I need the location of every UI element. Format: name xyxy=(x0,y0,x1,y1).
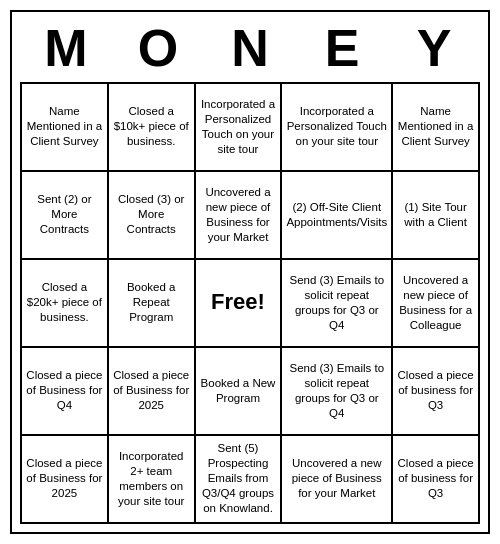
bingo-cell-1[interactable]: Closed a $10k+ piece of business. xyxy=(109,84,196,172)
bingo-cell-8[interactable]: (2) Off-Site Client Appointments/Visits xyxy=(282,172,393,260)
bingo-cell-6[interactable]: Closed (3) or More Contracts xyxy=(109,172,196,260)
bingo-cell-23[interactable]: Uncovered a new piece of Business for yo… xyxy=(282,436,393,524)
letter-e: E xyxy=(298,20,386,77)
bingo-cell-17[interactable]: Booked a New Program xyxy=(196,348,283,436)
bingo-cell-11[interactable]: Booked a Repeat Program xyxy=(109,260,196,348)
bingo-cell-18[interactable]: Send (3) Emails to solicit repeat groups… xyxy=(282,348,393,436)
bingo-cell-12[interactable]: Free! xyxy=(196,260,283,348)
letter-m: M xyxy=(22,20,110,77)
bingo-cell-22[interactable]: Sent (5) Prospecting Emails from Q3/Q4 g… xyxy=(196,436,283,524)
bingo-cell-21[interactable]: Incorporated 2+ team members on your sit… xyxy=(109,436,196,524)
bingo-cell-10[interactable]: Closed a $20k+ piece of business. xyxy=(22,260,109,348)
bingo-cell-7[interactable]: Uncovered a new piece of Business for yo… xyxy=(196,172,283,260)
bingo-cell-0[interactable]: Name Mentioned in a Client Survey xyxy=(22,84,109,172)
bingo-cell-24[interactable]: Closed a piece of business for Q3 xyxy=(393,436,480,524)
bingo-cell-13[interactable]: Send (3) Emails to solicit repeat groups… xyxy=(282,260,393,348)
bingo-cell-9[interactable]: (1) Site Tour with a Client xyxy=(393,172,480,260)
bingo-cell-4[interactable]: Name Mentioned in a Client Survey xyxy=(393,84,480,172)
bingo-cell-5[interactable]: Sent (2) or More Contracts xyxy=(22,172,109,260)
bingo-card: M O N E Y Name Mentioned in a Client Sur… xyxy=(10,10,490,533)
letter-n: N xyxy=(206,20,294,77)
bingo-cell-20[interactable]: Closed a piece of Business for 2025 xyxy=(22,436,109,524)
bingo-grid: Name Mentioned in a Client SurveyClosed … xyxy=(20,82,480,524)
letter-o: O xyxy=(114,20,202,77)
bingo-header: M O N E Y xyxy=(20,20,480,77)
bingo-cell-16[interactable]: Closed a piece of Business for 2025 xyxy=(109,348,196,436)
bingo-cell-14[interactable]: Uncovered a new piece of Business for a … xyxy=(393,260,480,348)
letter-y: Y xyxy=(390,20,478,77)
bingo-cell-2[interactable]: Incorporated a Personalized Touch on you… xyxy=(196,84,283,172)
bingo-cell-3[interactable]: Incorporated a Personalized Touch on you… xyxy=(282,84,393,172)
bingo-cell-19[interactable]: Closed a piece of business for Q3 xyxy=(393,348,480,436)
bingo-cell-15[interactable]: Closed a piece of Business for Q4 xyxy=(22,348,109,436)
